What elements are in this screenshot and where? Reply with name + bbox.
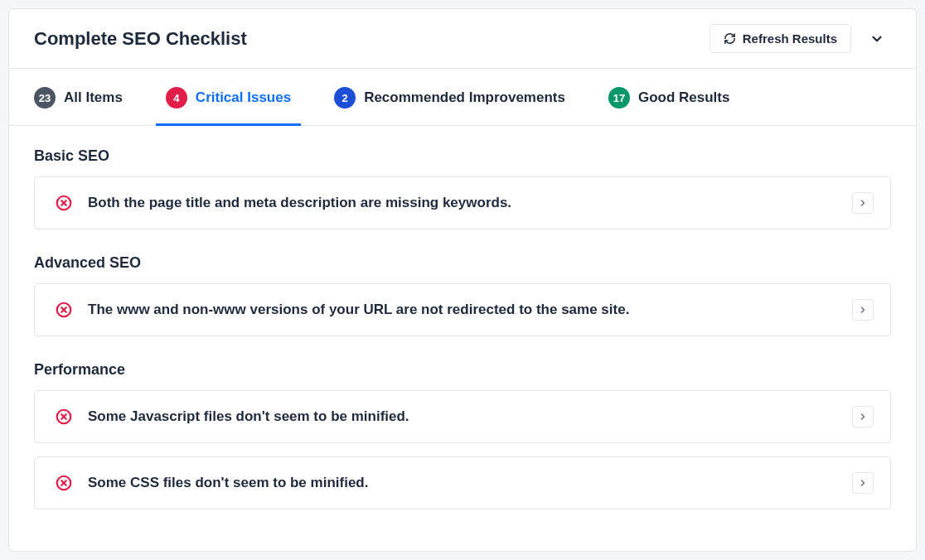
tab-good-count: 17 (608, 87, 630, 109)
card-header: Complete SEO Checklist Refresh Results (9, 9, 916, 68)
section-title-advanced: Advanced SEO (34, 254, 891, 272)
issue-text: Both the page title and meta description… (88, 195, 837, 211)
issue-row[interactable]: Some CSS files don't seem to be minified… (34, 456, 891, 509)
tab-recommended-label: Recommended Improvements (364, 89, 565, 106)
section-advanced-seo: Advanced SEO The www and non-www version… (34, 254, 891, 336)
error-icon (55, 408, 73, 426)
tab-critical-count: 4 (166, 87, 187, 109)
issue-text: The www and non-www versions of your URL… (88, 302, 837, 318)
tab-good-results[interactable]: 17 Good Results (598, 69, 740, 125)
tab-all-label: All Items (64, 89, 123, 106)
section-basic-seo: Basic SEO Both the page title and meta d… (34, 147, 891, 229)
issue-row[interactable]: Some Javascript files don't seem to be m… (34, 390, 891, 443)
expand-issue-button[interactable] (852, 406, 874, 427)
collapse-toggle[interactable] (863, 25, 891, 53)
chevron-down-icon (869, 31, 884, 46)
tab-critical-label: Critical Issues (196, 89, 291, 106)
section-performance: Performance Some Javascript files don't … (34, 361, 891, 509)
expand-issue-button[interactable] (852, 192, 874, 214)
issue-text: Some CSS files don't seem to be minified… (88, 475, 837, 491)
seo-checklist-card: Complete SEO Checklist Refresh Results 2… (8, 8, 917, 552)
tab-critical-issues[interactable]: 4 Critical Issues (156, 69, 301, 125)
tab-all-count: 23 (34, 87, 56, 109)
header-actions: Refresh Results (709, 24, 891, 53)
tabs: 23 All Items 4 Critical Issues 2 Recomme… (9, 68, 916, 126)
issue-text: Some Javascript files don't seem to be m… (88, 408, 837, 425)
chevron-right-icon (858, 412, 868, 422)
expand-issue-button[interactable] (852, 299, 874, 321)
section-title-basic: Basic SEO (34, 147, 891, 165)
issue-row[interactable]: Both the page title and meta description… (34, 176, 891, 229)
section-title-performance: Performance (34, 361, 891, 379)
chevron-right-icon (858, 305, 868, 315)
page-title: Complete SEO Checklist (34, 28, 247, 50)
content-area: Basic SEO Both the page title and meta d… (9, 126, 916, 551)
refresh-button-label: Refresh Results (743, 31, 837, 46)
tab-good-label: Good Results (638, 89, 730, 106)
refresh-icon (724, 32, 736, 45)
tab-all-items[interactable]: 23 All Items (24, 69, 133, 125)
expand-issue-button[interactable] (852, 472, 874, 494)
issue-row[interactable]: The www and non-www versions of your URL… (34, 283, 891, 336)
tab-recommended-improvements[interactable]: 2 Recommended Improvements (324, 69, 575, 125)
refresh-results-button[interactable]: Refresh Results (709, 24, 851, 53)
tab-recommended-count: 2 (334, 87, 356, 109)
error-icon (55, 474, 73, 492)
chevron-right-icon (858, 198, 868, 208)
chevron-right-icon (858, 478, 868, 488)
error-icon (55, 301, 73, 319)
error-icon (55, 194, 73, 212)
